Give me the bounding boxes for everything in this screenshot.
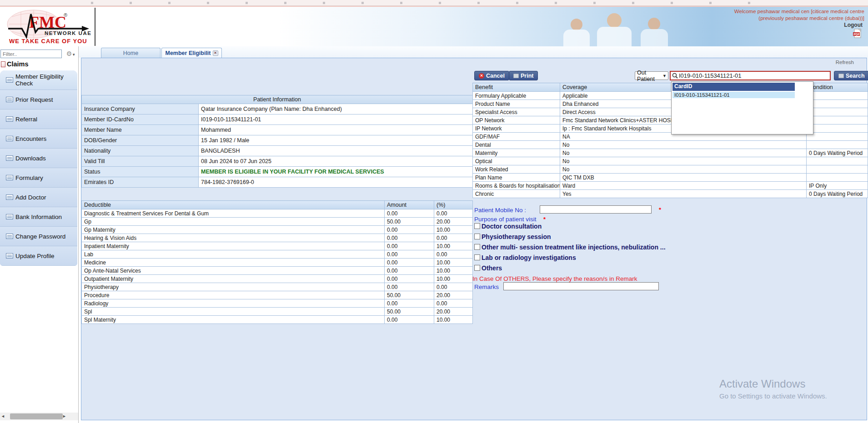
form-icon	[6, 97, 13, 102]
app-window: FMC ® NETWORK UAE WE TAKE CARE OF YOU We…	[0, 0, 868, 423]
sidebar-item-add-doctor[interactable]: Add Doctor	[0, 188, 77, 207]
benefit-name: Specialist Access	[473, 108, 560, 116]
pdf-export-icon[interactable]: PDF	[853, 29, 862, 39]
sidebar-horizontal-scrollbar[interactable]: ◄ ►	[0, 413, 78, 420]
mobile-number-input[interactable]	[540, 205, 652, 214]
purpose-checkbox-list: Doctor consultationPhysiotherapy session…	[474, 221, 729, 273]
sidebar-item-label: Change Password	[15, 233, 65, 240]
deductible-service: Medicine	[82, 259, 385, 267]
scrollbar-thumb[interactable]	[10, 413, 63, 419]
search-button[interactable]: Search	[834, 71, 868, 80]
sidebar-item-downloads[interactable]: Downloads	[0, 149, 77, 168]
checkbox[interactable]	[474, 244, 480, 250]
tab-strip: Home Member Eligibilit ✕	[79, 46, 868, 58]
patient-info-row: Member NameMohammed	[82, 125, 473, 135]
sidebar-item-member-eligibility-check[interactable]: Member Eligibility Check	[0, 70, 77, 90]
sidebar-item-referral[interactable]: Referral	[0, 109, 77, 129]
deductible-percent: 0.00	[434, 299, 473, 308]
checkbox[interactable]	[474, 254, 480, 260]
scroll-left-arrow-icon[interactable]: ◄	[1, 414, 5, 418]
sidebar-item-encounters[interactable]: Encounters	[0, 129, 77, 149]
search-button-icon	[838, 74, 844, 78]
cardid-dropdown-list: I019-010-115341121-01	[672, 92, 813, 98]
benefit-coverage: No	[560, 165, 807, 174]
benefit-name: Maternity	[473, 149, 560, 157]
deductible-service: Radiology	[82, 299, 385, 308]
deductible-row: Lab0.000.00	[82, 250, 473, 259]
benefit-coverage: QIC TM DXB	[560, 174, 807, 182]
deductible-row: Outpatient Maternity0.0010.00	[82, 275, 473, 283]
deductible-service: Procedure	[82, 291, 385, 299]
patient-info-row: StatusMEMBER IS ELIGIBLE IN YOUR FACILIT…	[82, 167, 473, 177]
deductible-percent: 20.00	[434, 218, 473, 226]
tab-home[interactable]: Home	[101, 48, 161, 58]
benefit-name: GDF/MAF	[473, 133, 560, 141]
remarks-input[interactable]	[503, 282, 659, 290]
benefit-row: Plan NameQIC TM DXB	[473, 174, 868, 182]
benefit-condition	[807, 100, 868, 108]
sidebar-item-prior-request[interactable]: Prior Request	[0, 90, 77, 109]
welcome-line-2: (previously peshawar medical centre (dub…	[610, 15, 864, 22]
card-search-box	[670, 71, 831, 80]
patient-info-value: BANGLADESH	[199, 146, 473, 156]
sidebar-settings-button[interactable]: ⚙▼	[64, 50, 78, 58]
form-icon	[6, 155, 13, 161]
visit-type-value: Out Patient	[637, 70, 662, 82]
watermark-line-1: Activate Windows	[719, 378, 827, 390]
benefit-name: OP Network	[473, 116, 560, 124]
mobile-required-marker: *	[659, 206, 661, 213]
deductible-row: Hearing & Vision Aids0.000.00	[82, 234, 473, 242]
browser-bookmarks-strip	[0, 0, 868, 6]
benefit-condition	[807, 108, 868, 116]
deductible-amount: 0.00	[385, 316, 434, 324]
benefit-condition	[807, 157, 868, 165]
tab-close-icon[interactable]: ✕	[213, 50, 218, 56]
benefit-coverage: Ward	[560, 182, 807, 190]
sidebar-item-label: Downloads	[15, 155, 46, 162]
patient-info-value: Mohammed	[199, 125, 473, 135]
visit-type-select[interactable]: Out Patient▼	[635, 71, 668, 80]
refresh-link[interactable]: Refresh	[836, 60, 854, 65]
sidebar-section-claims[interactable]: Claims	[1, 60, 29, 69]
logo-network-text: NETWORK UAE	[45, 30, 91, 36]
deductible-service: Op Ante-Natal Services	[82, 267, 385, 275]
sidebar-item-label: Update Profile	[15, 253, 55, 259]
cancel-button[interactable]: ✕Cancel	[474, 71, 509, 80]
logout-link[interactable]: Logout	[844, 22, 863, 28]
patient-info-label: Emirates ID	[82, 177, 199, 188]
purpose-option-other-multi-session-treatment-: Other multi- session treatment like inje…	[474, 242, 729, 252]
deductible-row: Medicine0.0010.00	[82, 259, 473, 267]
sidebar-item-change-password[interactable]: Change Password	[0, 227, 77, 246]
sidebar-item-bank-information[interactable]: Bank Information	[0, 207, 77, 227]
card-search-input[interactable]	[679, 72, 830, 80]
scroll-right-arrow-icon[interactable]: ►	[62, 414, 66, 418]
windows-activation-watermark: Activate Windows Go to Settings to activ…	[719, 378, 827, 400]
mobile-number-label: Patient Mobile No :	[474, 207, 526, 214]
print-button-label: Print	[521, 73, 533, 79]
patient-info-label: Insurance Company	[82, 104, 199, 114]
checkbox-label: Other multi- session treatment like inje…	[482, 244, 666, 251]
benefit-name: IP Network	[473, 124, 560, 133]
deductible-percent: 10.00	[434, 267, 473, 275]
deductible-amount: 0.00	[385, 209, 434, 218]
logo-tagline-text: WE TAKE CARE OF YOU	[9, 38, 87, 45]
checkbox[interactable]	[474, 265, 480, 271]
checkbox-label: Lab or radiology investigations	[482, 254, 576, 261]
deductible-row: Gp50.0020.00	[82, 218, 473, 226]
patient-info-row: NationalityBANGLADESH	[82, 146, 473, 156]
sidebar-item-update-profile[interactable]: Update Profile	[0, 246, 77, 266]
printer-icon	[513, 74, 519, 78]
cardid-dropdown: CardID I019-010-115341121-01	[671, 81, 813, 134]
sidebar-filter-input[interactable]	[0, 50, 62, 58]
print-button[interactable]: Print	[509, 71, 538, 80]
deductible-amount: 0.00	[385, 234, 434, 242]
sidebar-item-formulary[interactable]: Formulary	[0, 168, 77, 188]
benefit-row: DentalNo	[473, 141, 868, 149]
purpose-option-others: Others	[474, 263, 729, 273]
checkbox[interactable]	[474, 234, 480, 239]
cardid-dropdown-item[interactable]: I019-010-115341121-01	[672, 92, 795, 98]
tab-member-eligibility[interactable]: Member Eligibilit ✕	[161, 48, 222, 58]
checkbox[interactable]	[474, 223, 480, 229]
sidebar-item-label: Bank Information	[15, 214, 62, 220]
logo-registered-mark: ®	[64, 12, 67, 18]
